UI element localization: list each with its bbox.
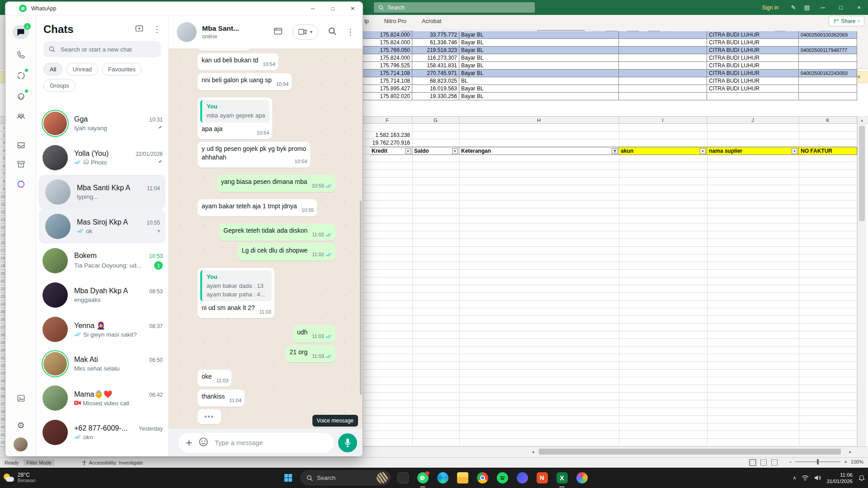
table-row[interactable]: 175.824.000 33.775.772 Bayar BL CITRA BU… xyxy=(363,31,857,39)
no-faktur-cell[interactable]: 04002500100362069 xyxy=(799,31,857,39)
notification-close-icon[interactable]: × xyxy=(857,73,861,80)
weather-widget[interactable]: 28°C Berawan xyxy=(4,472,35,483)
zoom-level[interactable]: 100% xyxy=(851,459,863,465)
cell-value[interactable]: 19.762.270.916 xyxy=(363,139,412,147)
quoted-message[interactable]: You mba ayam geprek apa xyxy=(200,100,269,122)
new-chat-icon[interactable] xyxy=(135,24,144,35)
saldo-cell[interactable]: 219.518.323 xyxy=(412,47,459,54)
message-bubble[interactable]: nni beli galon pk uang sp 10:54 xyxy=(198,73,292,90)
akun-cell[interactable] xyxy=(619,54,707,62)
zoom-out-icon[interactable]: − xyxy=(789,459,792,465)
filter-chip[interactable]: All xyxy=(43,63,62,75)
table-header-cell[interactable]: nama suplier ▼ xyxy=(707,147,799,155)
excel-minimize-button[interactable]: ─ xyxy=(814,0,832,15)
dark-app-icon[interactable] xyxy=(395,470,410,486)
kredit-cell[interactable]: 175.824.000 xyxy=(363,39,412,47)
share-button[interactable]: Share˅ xyxy=(829,16,864,26)
kredit-cell[interactable]: 175.796.525 xyxy=(363,62,412,70)
filter-chip[interactable]: Groups xyxy=(43,79,75,92)
message-bubble[interactable]: oke 11:03 xyxy=(198,370,231,387)
table-row[interactable]: 175.796.525 158.431.831 Bayar BL CITRA B… xyxy=(363,62,857,70)
akun-cell[interactable] xyxy=(619,93,707,100)
wa-close-button[interactable]: ✕ xyxy=(343,2,363,15)
vertical-scroll-thumb[interactable] xyxy=(859,126,865,221)
zoom-in-icon[interactable]: + xyxy=(844,459,847,465)
keterangan-cell[interactable]: Bayar BL xyxy=(459,70,619,77)
page-layout-view-icon[interactable] xyxy=(760,460,767,465)
chat-list-item[interactable]: Mak Ati 06:50 Mks sehat selalu xyxy=(36,347,168,381)
message-bubble[interactable]: udh 11:03 xyxy=(293,325,335,343)
akun-cell[interactable] xyxy=(619,62,707,70)
akun-cell[interactable] xyxy=(619,85,707,93)
draw-icon[interactable]: ✎ xyxy=(787,4,800,11)
excel-search-box[interactable]: Search xyxy=(374,2,535,13)
message-bubble[interactable]: 21 org 11:03 xyxy=(286,345,335,362)
kredit-cell[interactable]: 175.714.108 xyxy=(363,77,412,85)
media-gallery-icon[interactable] xyxy=(13,391,29,405)
normal-view-icon[interactable] xyxy=(750,460,756,465)
chat-list-item[interactable]: Yenna 🧕 08:37 Si gwyn masi sakit xyxy=(36,312,168,347)
tab-acrobat[interactable]: Acrobat xyxy=(422,18,441,24)
chat-list-item[interactable]: +62 877-6009-... Yesterday okn xyxy=(36,415,168,450)
no-faktur-cell[interactable]: 04002500117948777 xyxy=(799,47,857,54)
message-bubble[interactable]: galon libur 10:54 xyxy=(198,49,251,51)
volume-icon[interactable] xyxy=(814,475,821,481)
kredit-cell[interactable]: 175.802.020 xyxy=(363,93,412,100)
column-header[interactable]: H xyxy=(459,117,619,124)
no-faktur-cell[interactable] xyxy=(799,77,857,85)
table-row[interactable]: 175.769.050 219.518.323 Bayar BL CITRA B… xyxy=(363,47,857,54)
sidebar-item-communities[interactable] xyxy=(13,109,29,123)
chevron-down-icon[interactable]: ▾ xyxy=(157,228,160,234)
excel-close-button[interactable]: × xyxy=(850,0,868,15)
message-bubble[interactable]: yang biasa pesen dimana mba 10:55 xyxy=(217,175,335,192)
keterangan-cell[interactable]: Bayar BL xyxy=(459,93,619,100)
chat-list-item[interactable]: Mba Santi Kkp A 11:04 typing... xyxy=(39,175,165,209)
menu-kebab-icon[interactable]: ⋮ xyxy=(346,27,354,37)
table-row[interactable]: 175.895.427 16.019.563 Bayar BL CITRA BU… xyxy=(363,85,857,93)
table-header-cell[interactable]: Kredit ▼ xyxy=(370,147,412,155)
akun-cell[interactable] xyxy=(619,77,707,85)
phone-link-icon[interactable] xyxy=(514,470,530,486)
column-header[interactable]: K xyxy=(799,117,857,124)
nama-suplier-cell[interactable] xyxy=(707,93,799,100)
menu-kebab-icon[interactable]: ⋮ xyxy=(153,24,161,34)
settings-gear-icon[interactable]: ⚙ xyxy=(13,418,29,432)
contact-name[interactable]: Mba Sant... xyxy=(202,24,274,33)
video-call-button[interactable]: ▾ xyxy=(292,24,318,40)
no-faktur-cell[interactable] xyxy=(799,39,857,47)
nama-suplier-cell[interactable]: CITRA BUDI LUHUR xyxy=(707,70,799,77)
saldo-cell[interactable]: 16.019.563 xyxy=(412,85,459,93)
keterangan-cell[interactable]: Bayar BL xyxy=(459,62,619,70)
chat-list-item[interactable]: Mama👵❤️ 06:42 Missed video call xyxy=(36,381,168,415)
emoji-icon[interactable] xyxy=(198,437,208,449)
keterangan-cell[interactable]: Bayar BL xyxy=(459,47,619,54)
saldo-cell[interactable]: 270.745.971 xyxy=(412,70,459,77)
kredit-cell[interactable]: 175.895.427 xyxy=(363,85,412,93)
table-row[interactable]: 175.714.108 270.745.971 Bayar BL CITRA B… xyxy=(363,70,857,77)
zoom-slider-thumb[interactable] xyxy=(817,459,819,465)
kredit-cell[interactable]: 175.714.108 xyxy=(363,70,412,77)
quoted-message[interactable]: You ayam bakar dada : 13 ayam bakar paha… xyxy=(200,270,272,301)
column-header[interactable]: G xyxy=(412,117,459,124)
cell-value[interactable]: 1.582.163.238 xyxy=(363,131,412,139)
start-button[interactable] xyxy=(280,470,296,486)
chat-list-item[interactable]: Bokem 10:53 Tia Pacar Doyoung: ud... xyxy=(36,244,168,278)
sidebar-item-archived[interactable] xyxy=(13,157,29,171)
vertical-scrollbar[interactable]: ▴ xyxy=(857,116,866,446)
chat-list-item[interactable]: Mba Dyah Kkp A 08:53 enggaaks xyxy=(36,278,168,312)
conversation-header[interactable]: Mba Sant... online ▾ xyxy=(169,15,363,49)
sidebar-item-channels[interactable] xyxy=(13,89,29,103)
saldo-cell[interactable]: 19.330.256 xyxy=(412,93,459,100)
whatsapp-titlebar[interactable]: WhatsApp ─ □ ✕ xyxy=(5,2,363,15)
keterangan-cell[interactable]: Bayar BL xyxy=(459,39,619,47)
status-accessibility[interactable]: Accessibility: Investigate xyxy=(82,460,143,465)
excel-taskbar-icon[interactable]: X xyxy=(554,470,570,486)
message-input[interactable]: Type a message xyxy=(215,439,326,446)
page-break-view-icon[interactable] xyxy=(771,460,778,465)
table-row[interactable]: 175.824.000 116.273.307 Bayar BL CITRA B… xyxy=(363,54,857,62)
message-bubble[interactable]: ayam bakar teteh aja 1 tmpt jdnya 10:55 xyxy=(198,199,317,216)
no-faktur-cell[interactable] xyxy=(799,62,857,70)
saldo-cell[interactable]: 158.431.831 xyxy=(412,62,459,70)
column-header[interactable]: F xyxy=(363,117,412,124)
no-faktur-cell[interactable] xyxy=(799,85,857,93)
